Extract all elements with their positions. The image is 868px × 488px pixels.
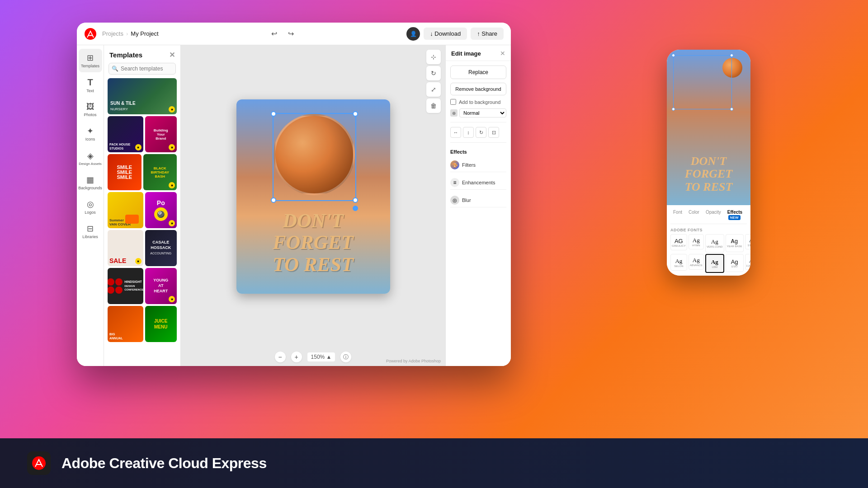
share-button[interactable]: ↑ Share xyxy=(471,28,504,40)
remove-bg-button[interactable]: Remove background xyxy=(450,83,506,95)
tab-opacity[interactable]: Opacity xyxy=(703,209,724,221)
close-right-panel-icon[interactable]: ✕ xyxy=(500,50,505,57)
sidebar-item-text[interactable]: T Text xyxy=(79,73,102,97)
font-item-2[interactable]: AgVERS.COND xyxy=(705,234,724,253)
edit-image-title: Edit image xyxy=(451,50,481,57)
template-party[interactable]: Po 🎱 ★ xyxy=(145,192,177,228)
zoom-out-button[interactable]: − xyxy=(275,352,286,362)
redo-button[interactable]: ↪ xyxy=(284,28,297,40)
font-item-9[interactable]: AgLUBSOUT xyxy=(745,254,750,269)
download-button[interactable]: ↓ Download xyxy=(424,28,467,40)
template-pack-house[interactable]: PACK HOUSESTUDIOS ★ xyxy=(108,116,143,152)
blur-label: Blur xyxy=(462,197,471,203)
transform-icons-row: ↔ ↕ ↻ ⊡ xyxy=(450,127,506,138)
premium-badge-2: ★ xyxy=(135,144,142,150)
tab-effects[interactable]: Effects NEW xyxy=(725,209,747,221)
font-item-6[interactable]: AgABVANCE xyxy=(689,254,704,269)
handle-tl[interactable] xyxy=(271,111,276,117)
undo-button[interactable]: ↩ xyxy=(268,28,281,40)
search-icon: 🔍 xyxy=(112,66,118,72)
template-birthday[interactable]: BLACKBIRTHDAYBASH ★ xyxy=(143,154,177,190)
crop-button[interactable]: ⊡ xyxy=(488,127,499,138)
filters-icon: 🎨 xyxy=(450,160,459,169)
zoom-in-button[interactable]: + xyxy=(291,352,302,362)
template-sale[interactable]: SALE ★ xyxy=(108,230,143,266)
canvas-tool-delete[interactable]: 🗑 xyxy=(426,99,441,113)
phone-handle-tl[interactable] xyxy=(672,54,675,57)
effects-badge: NEW xyxy=(728,215,741,220)
handle-tr[interactable] xyxy=(353,111,358,117)
tab-font[interactable]: Font xyxy=(670,209,685,221)
canvas-design[interactable]: DON'T FORGET TO REST xyxy=(236,99,390,294)
divider-2 xyxy=(450,142,506,143)
flip-v-button[interactable]: ↕ xyxy=(463,127,474,138)
phone-bottom-panel: Font Color Opacity Effects NEW ADOBE FON… xyxy=(667,205,750,276)
font-item-1[interactable]: AgHYMN xyxy=(689,234,704,249)
effects-section-title: Effects xyxy=(450,149,506,155)
phone-handle-br[interactable] xyxy=(730,108,733,111)
app-body: ⊞ Templates T Text 🖼 Photos ✦ Icons ◈ De… xyxy=(77,45,511,366)
sidebar-item-design-assets[interactable]: ◈ Design Assets xyxy=(79,146,102,170)
sidebar-item-logos[interactable]: ◎ Logos xyxy=(79,195,102,219)
template-smile[interactable]: SMILESMILESMILE xyxy=(108,154,142,190)
sidebar-item-templates[interactable]: ⊞ Templates xyxy=(79,49,102,72)
font-item-7[interactable]: AgLBM xyxy=(705,254,724,273)
sidebar-item-libraries[interactable]: ⊟ Libraries xyxy=(79,220,102,243)
font-item-5[interactable]: AgSELON xyxy=(670,254,687,271)
blur-row[interactable]: ◎ Blur xyxy=(450,193,506,207)
rotate-button[interactable]: ↻ xyxy=(476,127,486,138)
enhancements-row[interactable]: ≡ Enhancements xyxy=(450,176,506,190)
topbar-actions: 👤 ↓ Download ↑ Share xyxy=(406,27,504,41)
handle-br[interactable] xyxy=(353,197,358,203)
sidebar-item-backgrounds[interactable]: ▦ Backgrounds xyxy=(79,171,102,194)
font-item-8[interactable]: AgSTAT xyxy=(726,254,744,272)
template-big-annual[interactable]: BIGANNUAL xyxy=(108,306,143,342)
close-templates-icon[interactable]: ✕ xyxy=(169,51,175,59)
template-juice-menu[interactable]: JUICEMENU xyxy=(145,306,177,342)
canvas-tool-resize[interactable]: ⤢ xyxy=(426,82,441,97)
search-input[interactable] xyxy=(108,63,176,75)
breadcrumb-projects[interactable]: Projects xyxy=(102,30,123,37)
template-hindsight[interactable]: HINDSIGHTDESIGN CONFERENCE xyxy=(108,268,143,304)
fonts-grid: AGGREULICYAgHYMNAgVERS.CONDAgYEAR BASEAg… xyxy=(670,234,747,273)
tab-color[interactable]: Color xyxy=(686,209,702,221)
sidebar-item-photos[interactable]: 🖼 Photos xyxy=(79,98,102,121)
premium-badge-4: ★ xyxy=(169,182,175,188)
add-bg-checkbox[interactable] xyxy=(450,99,456,105)
canvas-area: ⊹ ↻ ⤢ 🗑 xyxy=(181,45,445,366)
template-building[interactable]: BuildingYourBrand ★ xyxy=(145,116,177,152)
template-sun-tile[interactable]: SUN & TILENURSERY ★ xyxy=(108,78,177,114)
design-text: DON'T FORGET TO REST xyxy=(236,210,390,276)
enhancements-icon: ≡ xyxy=(450,178,459,187)
font-item-0[interactable]: AGGREULICY xyxy=(670,234,687,251)
canvas-tool-2[interactable]: ↻ xyxy=(426,66,441,80)
zoom-level: 150% ▲ xyxy=(307,352,335,361)
phone-handle-tr[interactable] xyxy=(730,54,733,57)
blur-icon: ◎ xyxy=(450,196,459,205)
right-panel-body: Replace Remove background Add to backgro… xyxy=(446,61,511,212)
svg-point-1 xyxy=(85,28,96,40)
zoom-chevron[interactable]: ▲ xyxy=(326,354,332,360)
template-row-6: HINDSIGHTDESIGN CONFERENCE YOUNGATHEART … xyxy=(108,268,177,304)
phone-mockup: DON'TFORGETTO REST Font Color Opacity Ef… xyxy=(667,50,750,276)
template-summer[interactable]: SummerVAN COVER xyxy=(108,192,143,228)
breadcrumb-sep: › xyxy=(126,30,128,37)
handle-bl[interactable] xyxy=(271,197,276,203)
templates-icon: ⊞ xyxy=(87,53,94,63)
phone-design-text: DON'TFORGETTO REST xyxy=(667,155,750,194)
blend-mode-select[interactable]: Normal Multiply Screen Overlay xyxy=(459,108,506,117)
phone-handle-bl[interactable] xyxy=(672,108,675,111)
app-window: Projects › My Project ↩ ↪ 👤 ↓ Download ↑… xyxy=(77,23,511,366)
template-row-3: SMILESMILESMILE BLACKBIRTHDAYBASH ★ xyxy=(108,154,177,190)
zoom-info-button[interactable]: ⓘ xyxy=(340,352,351,362)
flip-h-button[interactable]: ↔ xyxy=(450,127,461,138)
replace-button[interactable]: Replace xyxy=(450,66,506,79)
font-item-3[interactable]: AgYEAR BASE xyxy=(726,234,744,252)
adobe-fonts-label: ADOBE FONTS xyxy=(670,228,747,232)
template-young-heart[interactable]: YOUNGATHEART ★ xyxy=(145,268,177,304)
template-casale[interactable]: CASALEHOSSACKACCOUNTING xyxy=(145,230,177,266)
sidebar-item-icons[interactable]: ✦ Icons xyxy=(79,122,102,145)
filters-row[interactable]: 🎨 Filters xyxy=(450,158,506,172)
font-item-4[interactable]: AgSTRAIN xyxy=(745,234,750,249)
canvas-tool-1[interactable]: ⊹ xyxy=(426,50,441,64)
